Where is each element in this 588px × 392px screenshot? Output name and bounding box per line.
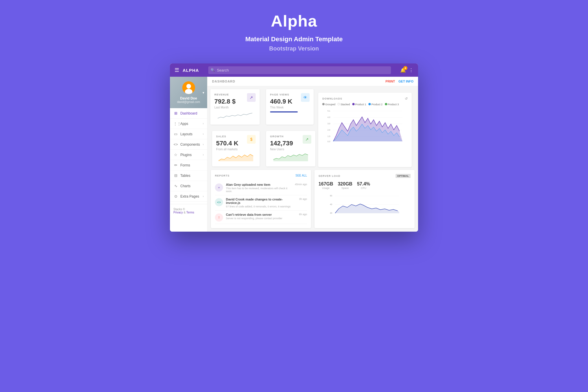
apps-icon: ⋮⋮ bbox=[173, 121, 178, 126]
downloads-legend: Grouped Stacked Product 1 Product 2 Prod bbox=[322, 103, 408, 106]
tables-icon: ⊟ bbox=[173, 173, 178, 178]
sidebar-profile: David Doe david@gmail.com ▼ bbox=[170, 77, 207, 108]
page-views-card: PAGE VIEWS 👁 460.9 K This Week bbox=[266, 89, 314, 125]
hero-subtitle: Material Design Admin Template bbox=[245, 35, 342, 43]
header-actions: PRINT GET INFO bbox=[385, 80, 413, 83]
sidebar: David Doe david@gmail.com ▼ ⊞ Dashboard bbox=[170, 77, 207, 232]
chevron-right-icon-5: › bbox=[203, 195, 204, 198]
plugins-icon: ☆ bbox=[173, 153, 178, 157]
hero-version: Bootstrap Version bbox=[245, 45, 342, 52]
hero-section: Alpha Material Design Admin Template Boo… bbox=[245, 12, 342, 52]
components-icon: <> bbox=[173, 142, 178, 147]
hamburger-icon[interactable]: ☰ bbox=[175, 67, 179, 73]
svg-text:95: 95 bbox=[394, 142, 396, 143]
growth-icon: ↗ bbox=[303, 135, 311, 144]
svg-text:5.1: 5.1 bbox=[327, 110, 330, 112]
charts-icon: ∿ bbox=[173, 184, 178, 188]
legend-product1: Product 1 bbox=[352, 103, 366, 106]
svg-marker-3 bbox=[219, 154, 253, 161]
notification-badge: 4 bbox=[403, 66, 407, 70]
chevron-right-icon: › bbox=[203, 122, 204, 125]
svg-text:20: 20 bbox=[330, 212, 332, 214]
sidebar-item-layouts[interactable]: ▭ Layouts › bbox=[170, 129, 207, 139]
svg-text:1.0: 1.0 bbox=[327, 135, 330, 137]
report-icon-1: + bbox=[215, 183, 223, 192]
footer-text: Stacks © bbox=[173, 208, 185, 211]
sidebar-item-tables[interactable]: ⊟ Tables bbox=[170, 170, 207, 181]
sidebar-item-forms[interactable]: ✏ Forms bbox=[170, 160, 207, 170]
sidebar-label-plugins: Plugins bbox=[180, 153, 192, 157]
brand-logo: ALPHA bbox=[183, 68, 199, 73]
sidebar-label-charts: Charts bbox=[180, 184, 190, 188]
layouts-icon: ▭ bbox=[173, 132, 178, 136]
report-desc-2: 57 lines of code added, 0 removals, 0 er… bbox=[226, 205, 296, 208]
dashboard-icon: ⊞ bbox=[173, 111, 178, 115]
reports-title: REPORTS bbox=[215, 174, 230, 177]
more-options-icon[interactable]: ⋮ bbox=[409, 67, 413, 73]
server-stat-space: 320GB Space bbox=[338, 181, 353, 190]
svg-marker-4 bbox=[274, 154, 308, 161]
sales-sub: From all markets bbox=[216, 148, 256, 151]
sales-icon: $ bbox=[247, 135, 256, 144]
privacy-link[interactable]: Privacy bbox=[173, 211, 183, 214]
svg-text:0.0: 0.0 bbox=[327, 140, 330, 142]
legend-product3: Product 3 bbox=[385, 103, 399, 106]
footer-separator: & bbox=[184, 211, 186, 214]
search-wrap: 🔍 bbox=[208, 66, 391, 74]
sidebar-item-plugins[interactable]: ☆ Plugins › bbox=[170, 150, 207, 160]
downloads-title: DOWNLOADS bbox=[322, 97, 342, 100]
print-button[interactable]: PRINT bbox=[385, 80, 395, 83]
chevron-right-icon-2: › bbox=[203, 132, 204, 136]
sidebar-label-components: Components bbox=[180, 142, 200, 147]
avatar bbox=[182, 81, 195, 94]
chevron-right-icon-4: › bbox=[203, 153, 204, 156]
search-input[interactable] bbox=[208, 66, 391, 74]
server-stat-cpu: 57.4% CPU bbox=[357, 181, 370, 190]
sidebar-item-apps[interactable]: ⋮⋮ Apps › bbox=[170, 119, 207, 129]
sidebar-label-forms: Forms bbox=[180, 163, 190, 167]
growth-sub: New Users bbox=[270, 148, 311, 151]
page-title: DASHBOARD bbox=[212, 80, 235, 83]
optimal-badge: OPTIMAL bbox=[396, 174, 411, 178]
content-header: DASHBOARD PRINT GET INFO bbox=[207, 77, 418, 86]
sidebar-label-dashboard: Dashboard bbox=[180, 111, 197, 115]
svg-text:4.0: 4.0 bbox=[327, 116, 330, 118]
see-all-button[interactable]: SEE ALL bbox=[295, 174, 307, 177]
forms-icon: ✏ bbox=[173, 163, 178, 167]
growth-card: GROWTH ↗ 142,739 New Users bbox=[266, 131, 315, 166]
navbar-icons: 🔔 4 ⋮ bbox=[400, 67, 413, 73]
app-body: David Doe david@gmail.com ▼ ⊞ Dashboard bbox=[170, 77, 418, 232]
sidebar-menu: ⊞ Dashboard ⋮⋮ Apps › bbox=[170, 108, 207, 202]
report-name-3: Can't retrieve data from server bbox=[226, 213, 296, 216]
sidebar-item-charts[interactable]: ∿ Charts bbox=[170, 181, 207, 191]
cpu-label: CPU bbox=[357, 187, 370, 190]
profile-email: david@gmail.com bbox=[173, 100, 204, 104]
svg-text:47: 47 bbox=[359, 142, 362, 143]
sidebar-item-components[interactable]: <> Components › bbox=[170, 139, 207, 150]
revenue-sub: Last Month bbox=[214, 106, 256, 109]
legend-product2: Product 2 bbox=[368, 103, 383, 106]
get-info-button[interactable]: GET INFO bbox=[398, 80, 413, 83]
downloads-refresh-icon[interactable]: ↺ bbox=[405, 97, 408, 101]
sidebar-label-tables: Tables bbox=[180, 174, 190, 178]
svg-text:71: 71 bbox=[377, 142, 379, 143]
profile-arrow-icon: ▼ bbox=[202, 91, 205, 94]
report-item-3: ! Can't retrieve data from server Server… bbox=[215, 211, 307, 224]
downloads-chart: 5.1 4.0 3.0 2.0 1.0 0.0 bbox=[322, 108, 408, 143]
report-name-1: Alan Grey uploaded new item bbox=[226, 183, 292, 186]
revenue-card: REVENUE ↗ 792.8 $ Last Month bbox=[210, 89, 260, 125]
report-desc-1: This item has to be reviewed, moderators… bbox=[226, 187, 292, 193]
terms-link[interactable]: Terms bbox=[186, 211, 194, 214]
sidebar-label-layouts: Layouts bbox=[180, 132, 192, 136]
svg-point-1 bbox=[186, 84, 191, 89]
notification-button[interactable]: 🔔 4 bbox=[400, 67, 406, 73]
stats-grid: REVENUE ↗ 792.8 $ Last Month PAGE VIEWS … bbox=[210, 89, 315, 170]
cpu-value: 57.4% bbox=[357, 181, 370, 187]
report-time-2: 3h ago bbox=[299, 198, 307, 200]
space-value: 320GB bbox=[338, 181, 353, 187]
revenue-sparkline bbox=[214, 111, 256, 119]
sidebar-item-extra[interactable]: ⊙ Extra Pages › bbox=[170, 191, 207, 202]
sidebar-item-dashboard[interactable]: ⊞ Dashboard bbox=[170, 108, 207, 119]
revenue-icon: ↗ bbox=[247, 93, 256, 102]
svg-text:23: 23 bbox=[342, 142, 344, 143]
